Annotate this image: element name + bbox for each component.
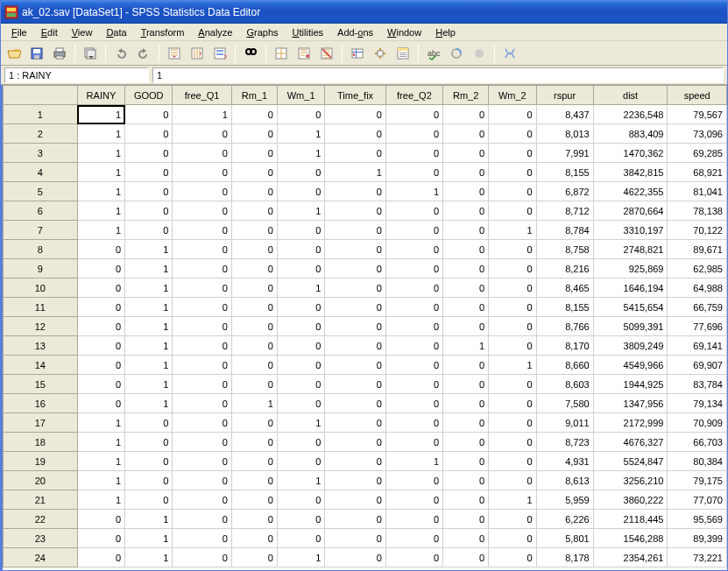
cell[interactable]: 0 — [325, 433, 386, 452]
menu-data[interactable]: Data — [99, 25, 133, 39]
cell[interactable]: 0 — [277, 510, 324, 529]
run-pending-icon[interactable] — [447, 44, 466, 63]
cell[interactable]: 0 — [277, 356, 324, 375]
cell[interactable]: 0 — [489, 336, 536, 356]
column-header[interactable]: free_Q1 — [173, 86, 231, 105]
cell[interactable]: 0 — [385, 413, 442, 433]
cell[interactable]: 1347,956 — [593, 394, 668, 413]
cell[interactable]: 0 — [325, 124, 386, 144]
cell[interactable]: 8,758 — [536, 240, 593, 259]
menu-file[interactable]: File — [4, 25, 34, 39]
cell[interactable]: 81,041 — [668, 182, 727, 201]
cell[interactable]: 0 — [443, 413, 489, 433]
cell[interactable]: 1 — [277, 548, 324, 567]
cell[interactable]: 1 — [385, 452, 442, 471]
cell[interactable]: 0 — [325, 394, 386, 413]
cell[interactable]: 0 — [277, 259, 324, 278]
cell[interactable]: 0 — [385, 298, 442, 317]
cell[interactable]: 0 — [385, 240, 442, 259]
cell[interactable]: 1 — [277, 201, 324, 221]
cell[interactable]: 0 — [385, 163, 442, 182]
cell[interactable]: 0 — [173, 490, 231, 510]
cell[interactable]: 0 — [489, 163, 536, 182]
cell[interactable]: 1 — [277, 144, 324, 163]
cell[interactable]: 0 — [385, 144, 442, 163]
cell[interactable]: 0 — [443, 452, 489, 471]
cell[interactable]: 0 — [77, 548, 124, 567]
cell[interactable]: 0 — [325, 259, 386, 278]
print-icon[interactable] — [50, 44, 69, 63]
cell[interactable]: 1 — [77, 124, 124, 144]
cell[interactable]: 0 — [443, 144, 489, 163]
cell[interactable]: 0 — [325, 529, 386, 548]
row-header[interactable]: 9 — [4, 259, 78, 278]
cell[interactable]: 0 — [125, 452, 173, 471]
cell[interactable]: 1 — [125, 259, 173, 278]
cell[interactable]: 0 — [489, 201, 536, 221]
find-icon[interactable] — [241, 44, 260, 63]
cell[interactable]: 0 — [125, 105, 173, 124]
cell[interactable]: 0 — [173, 278, 231, 298]
menu-help[interactable]: Help — [428, 25, 463, 39]
cell[interactable]: 0 — [231, 413, 277, 433]
cell[interactable]: 0 — [277, 163, 324, 182]
cell[interactable]: 0 — [173, 375, 231, 394]
cell[interactable]: 0 — [277, 529, 324, 548]
cell[interactable]: 95,569 — [668, 510, 727, 529]
cell[interactable]: 0 — [231, 182, 277, 201]
cell[interactable]: 0 — [77, 394, 124, 413]
cell[interactable]: 0 — [325, 336, 386, 356]
cell[interactable]: 0 — [173, 240, 231, 259]
open-icon[interactable] — [4, 44, 24, 63]
customize-toolbar-icon[interactable] — [500, 44, 519, 63]
cell[interactable]: 1 — [489, 221, 536, 240]
cell[interactable]: 0 — [385, 356, 442, 375]
cell[interactable]: 0 — [277, 240, 324, 259]
cell[interactable]: 8,013 — [536, 124, 593, 144]
cell[interactable]: 0 — [77, 375, 124, 394]
cell[interactable]: 0 — [277, 433, 324, 452]
cell[interactable]: 0 — [173, 433, 231, 452]
cell[interactable]: 0 — [489, 471, 536, 490]
cell[interactable]: 1 — [277, 278, 324, 298]
cell[interactable]: 8,603 — [536, 375, 593, 394]
menu-window[interactable]: Window — [380, 25, 428, 39]
cell[interactable]: 0 — [325, 452, 386, 471]
cell[interactable]: 1 — [277, 471, 324, 490]
cell[interactable]: 1 — [125, 298, 173, 317]
cell[interactable]: 0 — [489, 259, 536, 278]
cell[interactable]: 8,437 — [536, 105, 593, 124]
column-header[interactable]: Wm_1 — [277, 86, 324, 105]
cell[interactable]: 0 — [173, 529, 231, 548]
cell[interactable]: 0 — [77, 529, 124, 548]
cell[interactable]: 7,991 — [536, 144, 593, 163]
row-header[interactable]: 4 — [4, 163, 78, 182]
row-header[interactable]: 21 — [4, 490, 78, 510]
cell[interactable]: 0 — [231, 201, 277, 221]
row-header[interactable]: 15 — [4, 375, 78, 394]
cell[interactable]: 0 — [325, 105, 386, 124]
cell[interactable]: 79,567 — [668, 105, 727, 124]
value-labels-icon[interactable] — [348, 44, 367, 63]
cell[interactable]: 0 — [443, 529, 489, 548]
column-header[interactable]: Time_fix — [325, 86, 386, 105]
cell[interactable]: 0 — [173, 336, 231, 356]
cell[interactable]: 0 — [125, 144, 173, 163]
cell[interactable]: 69,285 — [668, 144, 727, 163]
cell[interactable]: 0 — [325, 548, 386, 567]
cell[interactable]: 0 — [489, 105, 536, 124]
cell[interactable]: 77,696 — [668, 317, 727, 336]
menu-edit[interactable]: Edit — [34, 25, 65, 39]
cell[interactable]: 4622,355 — [593, 182, 668, 201]
select-cases-icon[interactable] — [317, 44, 336, 63]
cell[interactable]: 0 — [173, 201, 231, 221]
cell[interactable]: 1546,288 — [593, 529, 668, 548]
row-header[interactable]: 6 — [4, 201, 78, 221]
cell[interactable]: 0 — [385, 529, 442, 548]
row-header[interactable]: 20 — [4, 471, 78, 490]
cell[interactable]: 0 — [77, 259, 124, 278]
cell[interactable]: 0 — [173, 548, 231, 567]
cell[interactable]: 0 — [231, 221, 277, 240]
cell[interactable]: 0 — [77, 356, 124, 375]
cell[interactable]: 0 — [231, 356, 277, 375]
